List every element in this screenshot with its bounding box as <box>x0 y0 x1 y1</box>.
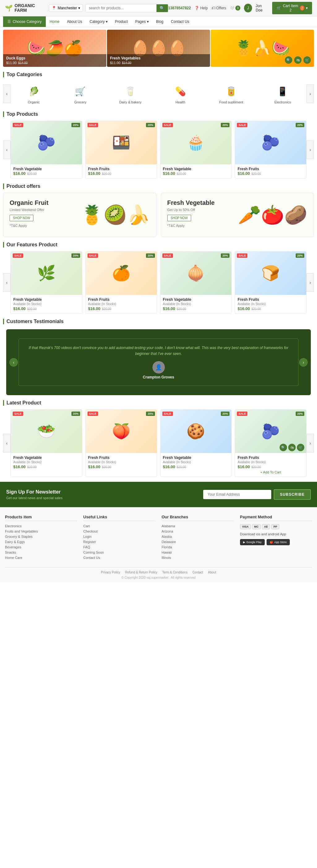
product-old-price-4: $20.00 <box>251 172 261 176</box>
hero-slide-2[interactable]: 🥚🥚🥚 Fresh Vegetables $11.00$14.00 <box>107 30 210 67</box>
hero-cart-icon[interactable]: 🛒 <box>304 56 311 64</box>
hero-wishlist-icon[interactable]: 🛍 <box>294 56 302 64</box>
nav-contact[interactable]: Contact Us <box>167 17 193 27</box>
about-link[interactable]: About <box>208 570 216 574</box>
feat-name-4: Fresh Fruits <box>237 298 304 302</box>
top-products-next[interactable]: › <box>307 141 314 159</box>
category-grocery[interactable]: 🛒 Grocery <box>69 81 92 106</box>
category-health[interactable]: 💊 Health <box>169 81 192 106</box>
testimonial-next[interactable]: › <box>299 358 308 367</box>
shop-now-btn-1[interactable]: SHOP NOW <box>9 215 33 221</box>
category-electronics[interactable]: 📱 Electronics <box>271 81 295 106</box>
nav-about[interactable]: About Us <box>63 17 86 27</box>
add-to-cart-btn-4[interactable]: + Add To Cart <box>237 470 304 474</box>
feat-price-3: $16.00 <box>163 306 176 311</box>
latest-sale-4: SALE <box>237 411 247 416</box>
product-price-3: $16.00 <box>163 171 176 176</box>
hero-search-icon[interactable]: 🔍 <box>285 56 292 64</box>
cart-icon: 🛒 <box>277 6 281 10</box>
search-input[interactable] <box>86 4 157 12</box>
footer-beverages-link[interactable]: Beverages <box>5 545 77 549</box>
subscribe-button[interactable]: SUBSCRIBE <box>274 489 311 500</box>
features-next[interactable]: › <box>307 273 314 292</box>
shop-now-btn-2[interactable]: SHOP NOW <box>167 215 191 221</box>
footer-grocery-link[interactable]: Grocery & Staples <box>5 535 77 538</box>
latest-products-row: ‹ SALE 20% 🥗 Fresh Vagetable Available (… <box>3 409 314 477</box>
nav-blog[interactable]: Blog <box>153 17 167 27</box>
location-selector[interactable]: 📍 Manchester ▾ <box>49 4 83 12</box>
privacy-policy-link[interactable]: Privacy Policy <box>101 570 120 574</box>
contact-bottom-link[interactable]: Contact <box>192 570 203 574</box>
footer-snacks-link[interactable]: Snacks <box>5 551 77 554</box>
categories-prev-arrow[interactable]: ‹ <box>3 85 10 103</box>
footer-florida-link[interactable]: Florida <box>162 545 234 549</box>
choose-category-btn[interactable]: ☰ Choose Category <box>3 17 46 27</box>
category-electronics-label: Electronics <box>274 100 291 104</box>
newsletter-email-input[interactable] <box>203 490 271 499</box>
top-categories-section: Top Categories ‹ 🥬 Organic 🛒 Grocery 🥛 D… <box>3 72 314 106</box>
footer-homecare-link[interactable]: Home Care <box>5 556 77 559</box>
latest-wish-icon-4[interactable]: 🛍 <box>288 444 296 451</box>
product-price-4: $16.00 <box>237 171 250 176</box>
latest-next[interactable]: › <box>307 434 314 453</box>
refund-policy-link[interactable]: Refund & Return Policy <box>125 570 157 574</box>
feat-sale-4: SALE <box>237 253 247 258</box>
nav-product[interactable]: Product <box>111 17 131 27</box>
cart-button[interactable]: 🛒 Cart Item 2 2 ▾ <box>272 2 312 14</box>
offers-link[interactable]: 🏷 Offers <box>212 6 226 10</box>
hero-slide-1[interactable]: 🍉🥭🍊 Duck Eggs $11.00$14.00 <box>3 30 106 67</box>
feat-img-2: 🍊 <box>86 252 157 295</box>
nav-category[interactable]: Category ▾ <box>86 17 111 27</box>
testimonial-content: If that Reznik's 700 videos don't convin… <box>19 339 298 386</box>
category-dairy[interactable]: 🥛 Dairy & bakery <box>115 81 145 106</box>
footer-register-link[interactable]: Register <box>83 540 155 544</box>
hero-slide-3[interactable]: 🍍🍌🍉 🔍 🛍 🛒 <box>211 30 314 67</box>
footer-checkout-link[interactable]: Checkout <box>83 529 155 533</box>
wishlist-link[interactable]: 🤍 0 <box>230 6 240 10</box>
location-label: Manchester <box>58 6 77 10</box>
search-button[interactable]: 🔍 <box>157 4 168 12</box>
footer-arizona-link[interactable]: Arizona <box>162 529 234 533</box>
latest-search-icon-4[interactable]: 🔍 <box>280 444 287 451</box>
terms-link[interactable]: Term & Conditions <box>162 570 187 574</box>
category-supplement-icon: 🥫 <box>224 84 239 99</box>
footer-illinois-link[interactable]: Illinois <box>162 556 234 559</box>
feat-name-1: Fresh Vagetable <box>13 298 80 302</box>
category-food-supplement[interactable]: 🥫 Food supliiment <box>216 81 247 106</box>
visa-icon: VISA <box>240 524 251 529</box>
top-products-prev[interactable]: ‹ <box>3 141 10 159</box>
category-organic[interactable]: 🥬 Organic <box>22 81 45 106</box>
latest-product-title: Latest Product <box>3 400 314 406</box>
footer-payment-title: Payment Method <box>240 515 312 521</box>
feat-sale-2: SALE <box>88 253 98 258</box>
features-prev[interactable]: ‹ <box>3 273 10 292</box>
latest-name-1: Fresh Vagetable <box>13 456 80 460</box>
footer-login-link[interactable]: Login <box>83 535 155 538</box>
categories-next-arrow[interactable]: › <box>307 85 314 103</box>
latest-prev[interactable]: ‹ <box>3 434 10 453</box>
footer-faq-link[interactable]: FAQ <box>83 545 155 549</box>
nav-home[interactable]: Home <box>46 17 63 27</box>
footer-delaware-link[interactable]: Delaware <box>162 540 234 544</box>
latest-cart-icon-4[interactable]: 🛒 <box>297 444 304 451</box>
help-link[interactable]: ❓ Help <box>194 6 208 10</box>
latest-sale-2: SALE <box>88 411 98 416</box>
app-store-badge[interactable]: 🍎 App Store <box>266 539 290 545</box>
footer-electronics-link[interactable]: Electronics <box>5 524 77 528</box>
footer-dairy-link[interactable]: Dairy & Eggs <box>5 540 77 544</box>
testimonial-prev[interactable]: ‹ <box>9 358 18 367</box>
paypal-icon: PP <box>271 524 279 529</box>
nav-pages[interactable]: Pages ▾ <box>131 17 152 27</box>
categories-row: ‹ 🥬 Organic 🛒 Grocery 🥛 Dairy & bakery 💊… <box>3 81 314 106</box>
footer-cart-link[interactable]: Cart <box>83 524 155 528</box>
google-play-badge[interactable]: ▶ Google Play <box>240 539 265 545</box>
discount-badge-2: 20% <box>146 123 155 127</box>
footer-fruits-link[interactable]: Fruits and Vegetables <box>5 529 77 533</box>
footer-alaska-link[interactable]: Alaska <box>162 535 234 538</box>
footer-alabama-link[interactable]: Alabama <box>162 524 234 528</box>
sale-badge-2: SALE <box>88 123 98 127</box>
latest-old-2: $20.00 <box>102 465 112 469</box>
footer-coming-soon-link[interactable]: Coming Soon <box>83 551 155 554</box>
footer-hawaii-link[interactable]: Hawaii <box>162 551 234 554</box>
footer-contact-link[interactable]: Contact Us <box>83 556 155 559</box>
